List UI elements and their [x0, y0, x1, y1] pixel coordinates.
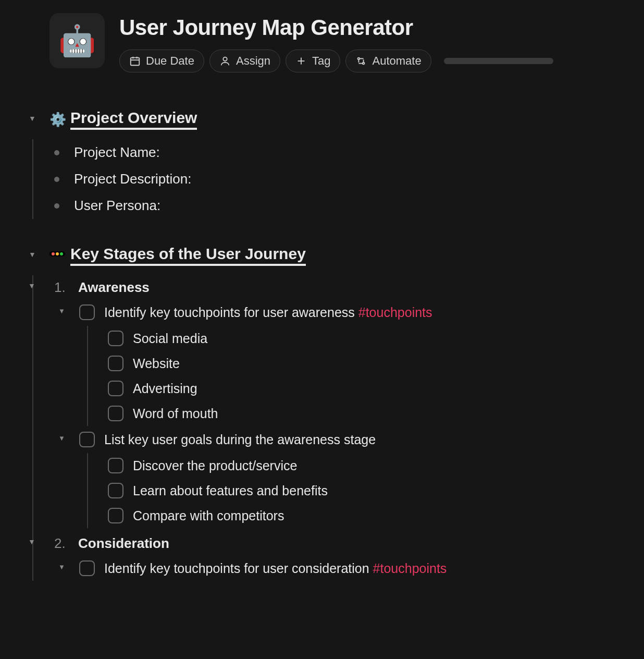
subtask-row[interactable]: Compare with competitors [108, 503, 644, 528]
automate-label: Automate [372, 54, 421, 68]
subtask-row[interactable]: Word of mouth [108, 401, 644, 426]
stage-label: Consideration [78, 535, 169, 552]
subtask-row[interactable]: Social media [108, 326, 644, 351]
checkbox[interactable] [79, 560, 95, 576]
subtask-row[interactable]: Website [108, 351, 644, 376]
collapse-caret-icon[interactable]: ▼ [29, 250, 36, 259]
task-row[interactable]: ▼ Identify key touchpoints for user awar… [79, 300, 644, 325]
page-title[interactable]: User Journey Map Generator [119, 15, 644, 40]
bullet-text: User Persona: [74, 198, 160, 214]
task-text: List key user goals during the awareness… [104, 432, 376, 447]
task-text: Identify key touchpoints for user consid… [104, 561, 447, 576]
list-item[interactable]: User Persona: [54, 192, 644, 219]
assign-label: Assign [236, 54, 270, 68]
collapse-caret-icon[interactable]: ▼ [28, 282, 35, 290]
bullet-text: Project Description: [74, 171, 191, 187]
collapse-caret-icon[interactable]: ▼ [58, 307, 65, 315]
due-date-button[interactable]: Due Date [119, 50, 204, 72]
collapse-caret-icon[interactable]: ▼ [28, 538, 35, 546]
collapse-caret-icon[interactable]: ▼ [58, 563, 65, 571]
checkbox[interactable] [79, 304, 95, 320]
stage-heading-consideration[interactable]: ▼ 2. Consideration [54, 531, 644, 556]
subtask-text: Learn about features and benefits [133, 483, 328, 498]
svg-point-4 [223, 57, 227, 61]
tag-button[interactable]: Tag [286, 50, 340, 72]
list-item[interactable]: Project Description: [54, 166, 644, 192]
collapse-caret-icon[interactable]: ▼ [29, 114, 36, 123]
stage-heading-awareness[interactable]: ▼ 1. Awareness [54, 275, 644, 300]
checkbox[interactable] [79, 432, 95, 447]
traffic-light-icon [49, 251, 65, 257]
collapse-caret-icon[interactable]: ▼ [58, 434, 65, 442]
subtask-text: Website [133, 356, 180, 371]
subtask-text: Discover the product/service [133, 458, 297, 473]
hashtag[interactable]: #touchpoints [358, 305, 432, 320]
list-item[interactable]: Project Name: [54, 139, 644, 166]
due-date-label: Due Date [146, 54, 194, 68]
svg-point-7 [358, 58, 360, 60]
checkbox[interactable] [108, 381, 123, 396]
bullet-text: Project Name: [74, 144, 160, 161]
section-title: Key Stages of the User Journey [70, 245, 306, 266]
subtask-row[interactable]: Discover the product/service [108, 453, 644, 478]
subtask-text: Social media [133, 331, 207, 346]
bullet-icon [54, 203, 59, 209]
automate-icon [355, 55, 367, 67]
page-icon[interactable]: 🤖 [49, 13, 105, 68]
svg-rect-0 [131, 58, 140, 66]
subtask-row[interactable]: Learn about features and benefits [108, 478, 644, 503]
subtask-text: Compare with competitors [133, 508, 284, 523]
subtask-text: Advertising [133, 381, 197, 396]
section-title: Project Overview [70, 109, 197, 130]
checkbox[interactable] [108, 331, 123, 346]
task-row[interactable]: ▼ Identify key touchpoints for user cons… [79, 556, 644, 581]
checkbox[interactable] [108, 483, 123, 498]
task-row[interactable]: ▼ List key user goals during the awarene… [79, 427, 644, 452]
calendar-icon [129, 55, 141, 67]
checkbox[interactable] [108, 458, 123, 473]
stage-number: 2. [54, 535, 66, 552]
person-icon [219, 55, 231, 67]
gear-icon: ⚙️ [49, 112, 66, 128]
checkbox[interactable] [108, 406, 123, 421]
subtask-text: Word of mouth [133, 406, 218, 421]
task-text: Identify key touchpoints for user awaren… [104, 305, 432, 320]
section-heading-overview[interactable]: ⚙️ Project Overview [49, 109, 644, 130]
subtask-row[interactable]: Advertising [108, 376, 644, 401]
bullet-icon [54, 177, 59, 182]
section-heading-stages[interactable]: Key Stages of the User Journey [49, 245, 644, 266]
bullet-icon [54, 150, 59, 155]
plus-icon [295, 55, 307, 67]
assign-button[interactable]: Assign [209, 50, 280, 72]
tag-label: Tag [312, 54, 330, 68]
stage-number: 1. [54, 279, 66, 296]
hashtag[interactable]: #touchpoints [373, 561, 447, 576]
checkbox[interactable] [108, 356, 123, 371]
stage-label: Awareness [78, 279, 150, 296]
svg-point-8 [363, 63, 365, 65]
placeholder-bar [444, 58, 553, 64]
automate-button[interactable]: Automate [345, 50, 431, 72]
checkbox[interactable] [108, 508, 123, 523]
